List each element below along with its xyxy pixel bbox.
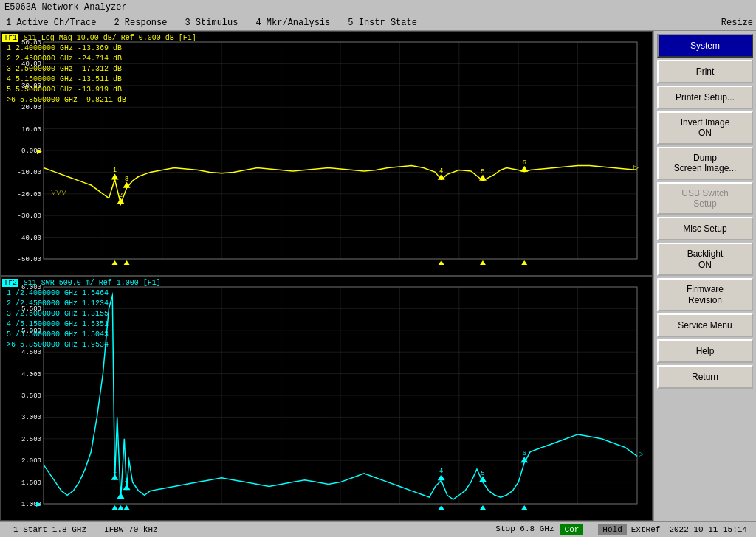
status-hold: Hold xyxy=(598,524,626,535)
chart1-label: Tr1 S11 Log Mag 10.00 dB/ Ref 0.000 dB [… xyxy=(2,33,196,42)
menu-mkr-analysis[interactable]: 4 Mkr/Analysis xyxy=(252,16,333,30)
app-title: E5063A Network Analyzer xyxy=(4,2,127,13)
status-cor: Cor xyxy=(560,524,584,535)
system-button[interactable]: System xyxy=(657,34,753,58)
help-button[interactable]: Help xyxy=(657,339,753,363)
usb-switch-button[interactable]: USB SwitchSetup xyxy=(657,182,753,215)
backlight-button[interactable]: BacklightON xyxy=(657,243,753,276)
chart2-markers: 1 /2.4000000 GHz 1.5464 2 /2.4500000 GHz… xyxy=(7,288,109,350)
menu-stimulus[interactable]: 3 Stimulus xyxy=(182,16,241,30)
resize-button[interactable]: Resize xyxy=(721,18,753,28)
misc-setup-button[interactable]: Misc Setup xyxy=(657,217,753,240)
chart1-markers: 1 2.4000000 GHz -13.369 dB 2 2.4500000 G… xyxy=(7,44,126,105)
status-extref: ExtRef xyxy=(627,524,665,535)
invert-image-button[interactable]: Invert ImageON xyxy=(657,111,753,145)
chart2-label: Tr2 S11 SWR 500.0 m/ Ref 1.000 [F1] xyxy=(2,278,161,287)
menu-instr-state[interactable]: 5 Instr State xyxy=(345,16,420,30)
menu-response[interactable]: 2 Response xyxy=(111,16,170,30)
service-menu-button[interactable]: Service Menu xyxy=(657,313,753,337)
status-stop: Stop 6.8 GHz xyxy=(495,524,554,535)
right-panel: System Print Printer Setup... Invert Ima… xyxy=(653,31,756,521)
chart-area: Tr1 S11 Log Mag 10.00 dB/ Ref 0.000 dB [… xyxy=(0,31,653,521)
menu-bar: 1 Active Ch/Trace 2 Response 3 Stimulus … xyxy=(0,15,756,31)
title-bar: E5063A Network Analyzer xyxy=(0,0,756,15)
status-start: 1 Start 1.8 GHz xyxy=(4,525,95,534)
status-right: Stop 6.8 GHz Cor xyxy=(487,524,592,535)
dump-screen-button[interactable]: DumpScreen Image... xyxy=(657,147,753,180)
chart1-panel: Tr1 S11 Log Mag 10.00 dB/ Ref 0.000 dB [… xyxy=(0,31,653,276)
return-button[interactable]: Return xyxy=(657,365,753,389)
firmware-revision-button[interactable]: FirmwareRevision xyxy=(657,278,753,311)
printer-setup-button[interactable]: Printer Setup... xyxy=(657,86,753,109)
menu-active-ch[interactable]: 1 Active Ch/Trace xyxy=(3,16,99,30)
status-bar: 1 Start 1.8 GHz IFBW 70 kHz Stop 6.8 GHz… xyxy=(0,521,756,537)
print-button[interactable]: Print xyxy=(657,60,753,83)
status-datetime: 2022-10-11 15:14 xyxy=(664,524,752,535)
chart2-panel: Tr2 S11 SWR 500.0 m/ Ref 1.000 [F1] 1 /2… xyxy=(0,276,653,521)
main-content: Tr1 S11 Log Mag 10.00 dB/ Ref 0.000 dB [… xyxy=(0,31,756,521)
status-ifbw: IFBW 70 kHz xyxy=(95,525,167,534)
